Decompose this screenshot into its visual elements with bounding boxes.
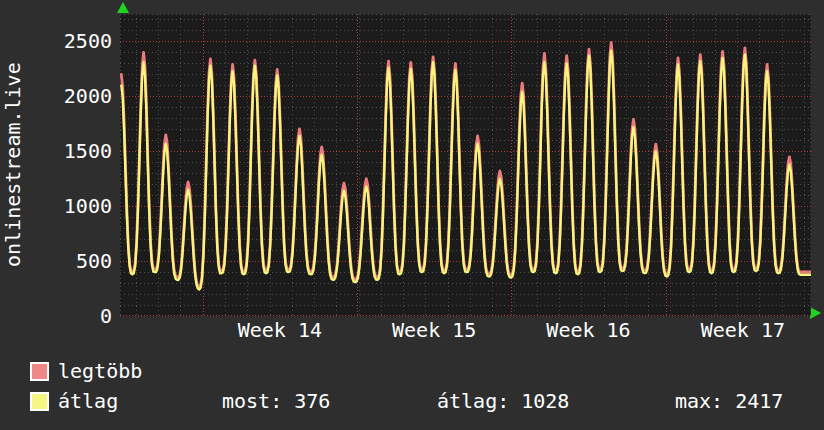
legend-label-legtobb: legtöbb	[58, 361, 142, 382]
y-tick-label: 2500	[22, 31, 112, 51]
stat-most-label: most:	[222, 389, 282, 413]
y-tick-label: 500	[22, 251, 112, 271]
y-axis-arrow-up-icon	[117, 2, 129, 13]
stat-atlag-value: 1028	[521, 389, 569, 413]
stat-most-value: 376	[294, 389, 330, 413]
x-tick-label: Week 15	[392, 320, 476, 340]
chart-canvas	[120, 14, 811, 316]
stat-max-value: 2417	[735, 389, 783, 413]
legend-label-atlag: átlag	[58, 391, 118, 412]
y-tick-label: 1000	[22, 196, 112, 216]
y-tick-label: 1500	[22, 141, 112, 161]
stat-max-label: max:	[675, 389, 723, 413]
series-line-atlag	[121, 51, 810, 290]
stat-most: most:376	[222, 391, 330, 412]
x-axis-arrow-right-icon	[810, 307, 821, 319]
x-tick-label: Week 16	[546, 320, 630, 340]
stat-max: max:2417	[675, 391, 783, 412]
legend-swatch-legtobb	[30, 362, 49, 381]
plot-area	[120, 14, 811, 316]
x-tick-label: Week 17	[701, 320, 785, 340]
legend-swatch-atlag	[30, 392, 49, 411]
graph-window: onlinestream.live 05001000150020002500 W…	[0, 0, 824, 430]
x-tick-label: Week 14	[238, 320, 322, 340]
stat-atlag: átlag:1028	[437, 391, 569, 412]
stat-atlag-label: átlag:	[437, 389, 509, 413]
y-tick-label: 0	[22, 306, 112, 326]
y-tick-label: 2000	[22, 86, 112, 106]
